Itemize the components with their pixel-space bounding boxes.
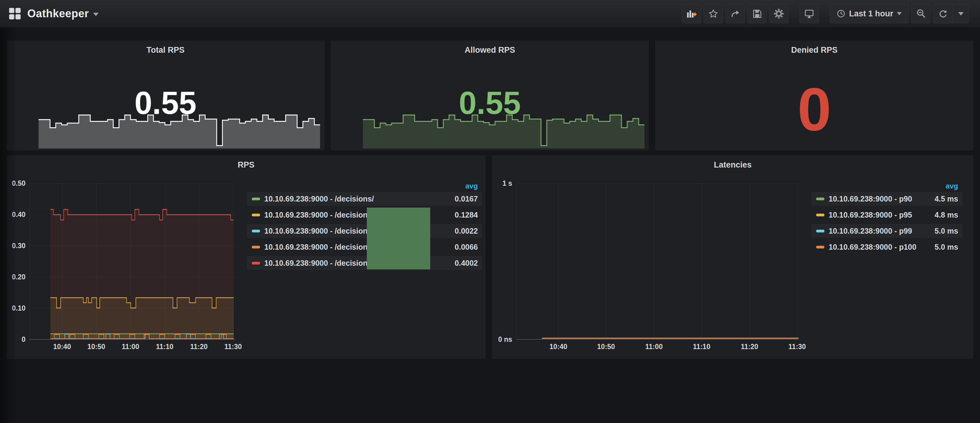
time-range-picker[interactable]: Last 1 hour xyxy=(830,4,909,23)
panel-title[interactable]: Allowed RPS xyxy=(331,46,649,55)
legend-avg-value: 5.0 ms xyxy=(925,227,958,235)
legend-series-label[interactable]: 10.10.69.238:9000 - p95 xyxy=(829,211,925,219)
legend-color-swatch[interactable] xyxy=(252,262,260,265)
zoom-out-button[interactable] xyxy=(911,4,931,23)
refresh-interval-button[interactable] xyxy=(953,5,969,23)
settings-button[interactable] xyxy=(769,4,789,23)
legend-row: 10.10.69.238:9000 - p995.0 ms xyxy=(811,224,963,238)
legend-row: 10.10.69.238:9000 - p904.5 ms xyxy=(811,192,963,206)
legend-avg-value: 4.8 ms xyxy=(925,211,958,219)
panel-latencies-graph: Latencies 10:4010:5011:0011:1011:2011:30… xyxy=(492,155,974,359)
left-edge-shade xyxy=(0,0,18,423)
legend-series-label[interactable]: 10.10.69.238:9000 - p99 xyxy=(829,227,925,235)
x-tick-label: 11:20 xyxy=(741,343,759,351)
y-tick-label: 1 s xyxy=(492,179,512,188)
star-button[interactable] xyxy=(703,4,723,23)
legend-avg-value: 4.5 ms xyxy=(925,195,958,203)
green-overlay-box xyxy=(367,208,430,269)
chevron-down-icon xyxy=(958,12,964,16)
legend-avg-value: 0.0066 xyxy=(444,243,478,252)
legend-row: 10.10.69.238:9000 - /decisions/0.1284 xyxy=(247,208,482,222)
panel-title[interactable]: RPS xyxy=(7,160,485,170)
legend-avg-value: 0.4002 xyxy=(444,259,478,268)
share-button[interactable] xyxy=(725,4,745,23)
time-range-label: Last 1 hour xyxy=(849,9,893,19)
panel-denied-rps: Denied RPS 0 xyxy=(655,40,974,151)
legend-color-swatch[interactable] xyxy=(816,246,824,249)
panel-total-rps: Total RPS 0.55 xyxy=(6,40,325,151)
panel-title[interactable]: Total RPS xyxy=(7,46,325,55)
x-tick-label: 11:00 xyxy=(122,343,139,351)
legend-color-swatch[interactable] xyxy=(816,198,824,200)
x-tick-label: 11:10 xyxy=(156,343,173,351)
panel-title[interactable]: Denied RPS xyxy=(655,46,973,55)
legend-series-label[interactable]: 10.10.69.238:9000 - /decisions/ xyxy=(264,195,444,203)
legend-avg-header[interactable]: avg xyxy=(247,182,482,192)
x-tick-label: 10:50 xyxy=(597,343,615,351)
monitor-icon xyxy=(804,8,815,19)
legend-color-swatch[interactable] xyxy=(252,198,260,200)
navbar: Oathkeeper xyxy=(0,0,980,27)
legend-row: 10.10.69.238:9000 - /decisions/0.0022 xyxy=(247,224,482,238)
legend-color-swatch[interactable] xyxy=(252,230,260,233)
x-tick-label: 10:40 xyxy=(53,343,71,351)
chevron-down-icon[interactable] xyxy=(93,13,99,16)
legend-row: 10.10.69.238:9000 - p954.8 ms xyxy=(811,208,963,222)
stat-value: 0 xyxy=(655,79,973,140)
refresh-group xyxy=(933,4,969,23)
x-tick-label: 11:30 xyxy=(789,343,806,351)
sparkline xyxy=(38,113,320,149)
legend-series-label[interactable]: 10.10.69.238:9000 - p90 xyxy=(829,195,925,203)
x-tick-label: 10:50 xyxy=(88,343,105,351)
panel-rps-graph: RPS 10:4010:5011:0011:1011:2011:30 avg10… xyxy=(6,155,486,359)
latencies-legend: avg10.10.69.238:9000 - p904.5 ms10.10.69… xyxy=(811,182,963,256)
toolbar: Last 1 hour xyxy=(682,4,969,23)
legend-row: 10.10.69.238:9000 - /decisions/0.0167 xyxy=(247,192,482,206)
legend-color-swatch[interactable] xyxy=(816,230,824,233)
legend-avg-value: 0.0022 xyxy=(444,227,478,235)
panel-allowed-rps: Allowed RPS 0.55 xyxy=(331,40,649,151)
dashboard-grid-icon[interactable] xyxy=(9,8,21,19)
x-tick-label: 11:30 xyxy=(224,343,242,351)
x-tick-label: 11:10 xyxy=(693,343,711,351)
add-panel-icon xyxy=(686,8,697,19)
legend-color-swatch[interactable] xyxy=(252,214,260,216)
legend-avg-header[interactable]: avg xyxy=(811,182,963,192)
refresh-icon xyxy=(938,9,948,19)
refresh-button[interactable] xyxy=(933,5,953,23)
legend-row: 10.10.69.238:9000 - /decisions/0.4002 xyxy=(247,256,482,270)
y-tick-label: 0 ns xyxy=(492,336,512,344)
chevron-down-icon xyxy=(897,12,902,15)
grafana-dashboard: Oathkeeper xyxy=(0,0,980,423)
clock-icon xyxy=(837,10,845,18)
legend-color-swatch[interactable] xyxy=(252,246,260,249)
save-icon xyxy=(752,8,762,19)
legend-series-label[interactable]: 10.10.69.238:9000 - p100 xyxy=(829,243,925,252)
x-tick-label: 11:20 xyxy=(190,343,208,351)
latencies-plot-area[interactable]: 10:4010:5011:0011:1011:2011:30 xyxy=(516,184,799,340)
save-button[interactable] xyxy=(747,4,767,23)
cycle-view-mode-button[interactable] xyxy=(799,4,819,23)
x-tick-label: 11:00 xyxy=(645,343,663,351)
star-icon xyxy=(708,8,719,19)
legend-row: 10.10.69.238:9000 - p1005.0 ms xyxy=(811,240,963,254)
legend-row: 10.10.69.238:9000 - /decisions/0.0066 xyxy=(247,240,482,254)
share-icon xyxy=(730,8,740,19)
x-tick-label: 10:40 xyxy=(549,343,567,351)
zoom-out-icon xyxy=(916,8,926,19)
panel-title[interactable]: Latencies xyxy=(492,160,973,170)
gear-icon xyxy=(773,8,784,19)
rps-plot-area[interactable]: 10:4010:5011:0011:1011:2011:30 xyxy=(29,184,236,340)
rps-legend: avg10.10.69.238:9000 - /decisions/0.0167… xyxy=(247,182,482,272)
legend-avg-value: 0.0167 xyxy=(444,195,478,203)
dashboard-title[interactable]: Oathkeeper xyxy=(27,7,89,20)
legend-color-swatch[interactable] xyxy=(816,214,824,216)
add-panel-button[interactable] xyxy=(682,4,701,23)
legend-avg-value: 5.0 ms xyxy=(925,243,958,252)
legend-avg-value: 0.1284 xyxy=(444,211,478,219)
sparkline xyxy=(363,113,644,149)
